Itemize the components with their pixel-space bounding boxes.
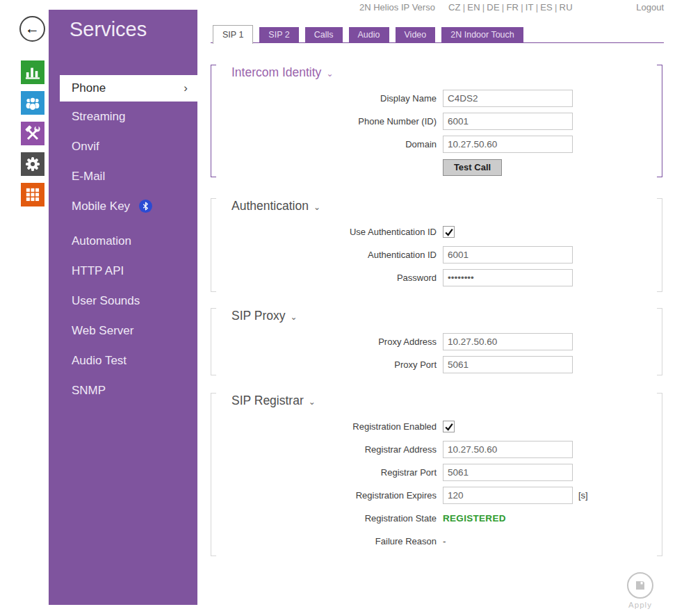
section-heading[interactable]: Intercom Identity⌄ <box>211 65 662 90</box>
tab-calls[interactable]: Calls <box>305 27 343 43</box>
gear-icon <box>24 156 41 172</box>
tab-2n-indoor-touch[interactable]: 2N Indoor Touch <box>441 27 523 43</box>
field-label: Registration Expires <box>231 490 437 501</box>
section-heading[interactable]: SIP Proxy⌄ <box>211 308 662 333</box>
field-label: Registration Enabled <box>231 421 437 432</box>
lang-en[interactable]: EN <box>467 2 480 13</box>
section-authentication: Authentication⌄ Use Authentication ID Au… <box>211 198 662 292</box>
section-sip-registrar: SIP Registrar⌄ Registration Enabled Regi… <box>211 393 662 556</box>
apply-button-label: Apply <box>622 601 658 609</box>
lang-separator: | <box>480 2 487 13</box>
authentication-id-input[interactable] <box>443 246 573 264</box>
apply-button-circle[interactable] <box>627 572 653 599</box>
app-window: 2N Helios IP Verso CZ|EN|DE|FR|IT|ES|RU … <box>0 0 684 616</box>
field-label: Display Name <box>231 93 437 104</box>
tab-sip2[interactable]: SIP 2 <box>259 27 298 43</box>
registrar-address-input[interactable] <box>443 441 573 458</box>
status-section-button[interactable] <box>21 60 44 84</box>
lang-separator: | <box>534 2 541 13</box>
tab-sip1[interactable]: SIP 1 <box>213 25 253 44</box>
lang-es[interactable]: ES <box>540 2 553 13</box>
services-section-button[interactable] <box>21 152 44 176</box>
sidebar: Services Phone › Streaming Onvif E-Mail … <box>49 10 197 605</box>
save-icon <box>635 580 646 591</box>
back-button[interactable]: ← <box>19 16 45 42</box>
grid-icon <box>25 187 40 202</box>
sidebar-item-label: Onvif <box>72 140 99 153</box>
sidebar-item-phone[interactable]: Phone › <box>60 75 197 102</box>
sidebar-item-user-sounds[interactable]: User Sounds <box>49 286 197 316</box>
lang-de[interactable]: DE <box>487 2 499 13</box>
registration-expires-input[interactable] <box>443 487 573 504</box>
field-label: Domain <box>231 139 437 149</box>
tab-audio[interactable]: Audio <box>349 27 389 43</box>
tab-video[interactable]: Video <box>396 27 436 43</box>
lang-separator: | <box>519 2 526 13</box>
display-name-input[interactable] <box>443 90 573 107</box>
sidebar-item-http-api[interactable]: HTTP API <box>49 256 197 286</box>
failure-reason-value: - <box>443 536 446 546</box>
domain-input[interactable] <box>443 136 573 153</box>
apply-button[interactable]: Apply <box>622 572 658 609</box>
logout-link[interactable]: Logout <box>636 2 664 13</box>
sidebar-item-label: Mobile Key <box>72 200 130 213</box>
chevron-down-icon: ⌄ <box>314 202 320 212</box>
lang-it[interactable]: IT <box>526 2 534 13</box>
sidebar-menu: Phone › Streaming Onvif E-Mail Mobile Ke… <box>49 75 197 405</box>
chevron-right-icon: › <box>184 75 188 102</box>
checkmark-icon <box>444 227 454 237</box>
field-label: Registration State <box>231 513 437 524</box>
section-heading[interactable]: Authentication⌄ <box>211 198 662 223</box>
field-label: Phone Number (ID) <box>231 116 437 127</box>
registration-state-value: REGISTERED <box>443 513 506 524</box>
field-label: Proxy Port <box>231 359 437 370</box>
proxy-port-input[interactable] <box>443 356 573 373</box>
lang-cz[interactable]: CZ <box>448 2 461 13</box>
sidebar-item-label: Phone <box>72 81 106 95</box>
sidebar-item-label: E-Mail <box>72 170 105 183</box>
use-authentication-id-checkbox[interactable] <box>443 226 455 238</box>
checkmark-icon <box>444 422 454 432</box>
lang-separator: | <box>461 2 468 13</box>
bluetooth-icon <box>139 200 152 213</box>
sidebar-item-label: Web Server <box>72 324 133 337</box>
sidebar-item-web-server[interactable]: Web Server <box>49 316 197 346</box>
sidebar-item-email[interactable]: E-Mail <box>49 161 197 191</box>
registration-enabled-checkbox[interactable] <box>443 421 455 432</box>
registrar-port-input[interactable] <box>443 464 573 481</box>
sidebar-item-mobile-key[interactable]: Mobile Key <box>49 191 197 221</box>
field-label: Registrar Address <box>231 444 437 455</box>
directory-section-button[interactable] <box>21 91 44 115</box>
test-call-button[interactable]: Test Call <box>443 159 502 176</box>
bar-chart-icon <box>25 65 40 80</box>
lang-fr[interactable]: FR <box>506 2 519 13</box>
sidebar-item-audio-test[interactable]: Audio Test <box>49 346 197 375</box>
section-title: Authentication <box>231 199 309 213</box>
field-label: Failure Reason <box>231 536 437 546</box>
section-intercom-identity: Intercom Identity⌄ Display Name Phone Nu… <box>211 65 662 177</box>
users-icon <box>24 95 41 111</box>
device-title: 2N Helios IP Verso <box>359 2 435 13</box>
chevron-down-icon: ⌄ <box>291 312 298 322</box>
lang-separator: | <box>553 2 560 13</box>
proxy-address-input[interactable] <box>443 333 573 350</box>
phone-number-input[interactable] <box>443 113 573 130</box>
chevron-down-icon: ⌄ <box>326 69 333 79</box>
section-sip-proxy: SIP Proxy⌄ Proxy Address Proxy Port <box>211 308 662 375</box>
lang-ru[interactable]: RU <box>560 2 573 13</box>
sidebar-item-streaming[interactable]: Streaming <box>49 102 197 131</box>
field-label: Password <box>231 273 437 283</box>
sidebar-item-snmp[interactable]: SNMP <box>49 375 197 405</box>
system-section-button[interactable] <box>21 183 44 206</box>
language-switcher: CZ|EN|DE|FR|IT|ES|RU <box>448 2 573 13</box>
field-label: Registrar Port <box>231 467 437 478</box>
seconds-unit-label: [s] <box>578 490 588 501</box>
field-label: Authentication ID <box>231 250 437 260</box>
sidebar-item-onvif[interactable]: Onvif <box>49 131 197 161</box>
section-heading[interactable]: SIP Registrar⌄ <box>211 393 662 418</box>
sidebar-item-label: Streaming <box>72 110 125 123</box>
hardware-section-button[interactable] <box>21 122 44 145</box>
password-input[interactable] <box>443 269 573 286</box>
field-label: Proxy Address <box>231 337 437 347</box>
sidebar-item-automation[interactable]: Automation <box>49 226 197 256</box>
